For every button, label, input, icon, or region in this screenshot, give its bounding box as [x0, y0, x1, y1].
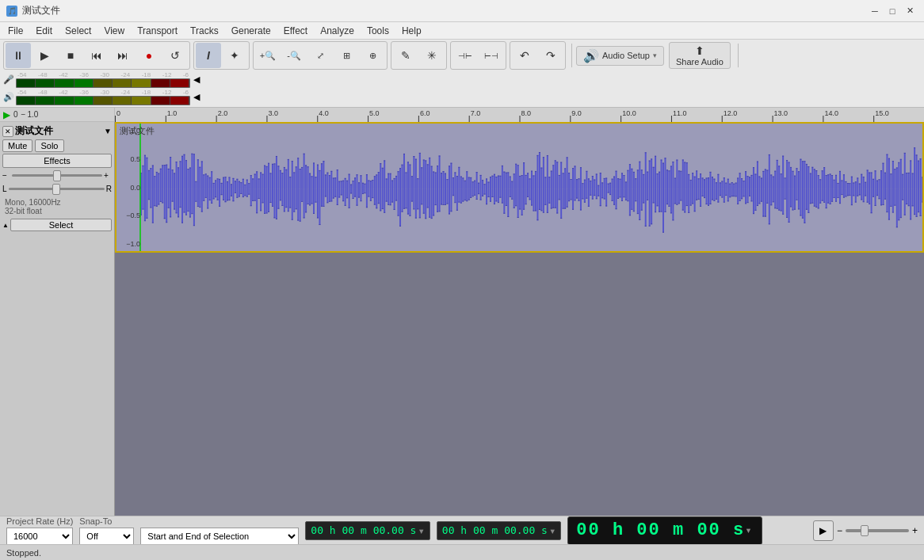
y-label-top: 1.0 — [118, 127, 140, 135]
gain-minus: − — [2, 171, 10, 180]
mute-button[interactable]: Mute — [2, 139, 32, 152]
track-close-button[interactable]: ✕ — [2, 126, 13, 137]
select-button[interactable]: Select — [10, 219, 112, 231]
vu-right-arrow: ◀ — [193, 74, 200, 85]
loop-button[interactable]: ↺ — [162, 43, 188, 68]
vu-scale — [17, 79, 189, 87]
menu-effect[interactable]: Effect — [277, 24, 314, 38]
clip-group: ⊣⊢ ⊢⊣ — [450, 41, 506, 70]
menu-tracks[interactable]: Tracks — [184, 24, 225, 38]
undo-button[interactable]: ↶ — [512, 43, 537, 68]
selection-bar: Project Rate (Hz) 16000 44100 48000 Snap… — [0, 516, 924, 544]
menu-file[interactable]: File — [2, 24, 29, 38]
status-text: Stopped. — [6, 548, 41, 558]
selection-type-select[interactable]: Start and End of Selection Start and Len… — [140, 528, 299, 545]
menu-tools[interactable]: Tools — [361, 24, 395, 38]
toolbar-divider-2 — [738, 44, 739, 67]
volume-thumb[interactable] — [861, 525, 869, 536]
end-time-display: 00 h 00 m 00.00 s ▾ — [437, 521, 562, 540]
record-button[interactable]: ● — [136, 43, 162, 68]
track-header: ✕ 测试文件 ▼ Mute Solo Effects − + L — [0, 122, 114, 234]
waveform-area[interactable]: 1.0 0.5 0.0 −0.5 −1.0 测试文件 — [115, 122, 924, 516]
menu-transport[interactable]: Transport — [131, 24, 184, 38]
solo-button[interactable]: Solo — [35, 139, 63, 152]
window-controls: ─ □ ✕ — [867, 4, 918, 18]
pause-button[interactable]: ⏸ — [6, 43, 31, 68]
toolbar: ⏸ ▶ ■ ⏮ ⏭ ● ↺ I ✦ +🔍 -🔍 ⤢ ⊞ ⊕ ✎ ✳ ⊣⊢ ⊢⊣ … — [0, 40, 924, 108]
track-name: 测试文件 — [15, 124, 102, 138]
selection-tool-button[interactable]: I — [196, 43, 221, 68]
ruler-spacer: ▶ 0 − 1.0 — [0, 108, 115, 121]
green-indicator: ▶ — [3, 109, 10, 120]
fit-project-button[interactable]: ⊞ — [334, 43, 359, 68]
tool-group-1: I ✦ — [193, 41, 250, 70]
ruler-zero: 0 — [13, 110, 18, 119]
play-small-button[interactable]: ▶ — [813, 520, 834, 541]
gain-thumb[interactable] — [53, 170, 61, 181]
skip-back-button[interactable]: ⏮ — [84, 43, 109, 68]
y-label-bot: −1.0 — [118, 240, 140, 248]
ruler-content[interactable] — [115, 108, 924, 122]
menu-generate[interactable]: Generate — [225, 24, 277, 38]
fit-selection-button[interactable]: ⤢ — [307, 43, 333, 68]
status-bar: Stopped. — [0, 544, 924, 560]
end-time-arrow[interactable]: ▾ — [549, 524, 556, 537]
waveform-canvas[interactable] — [116, 124, 924, 253]
zoom-toggle-button[interactable]: ⊕ — [360, 43, 385, 68]
share-icon: ⬆ — [695, 44, 704, 57]
toolbar-divider-1 — [571, 44, 572, 67]
snap-to-select[interactable]: Off Nearest Prior — [79, 528, 134, 545]
output-vu-meter[interactable] — [16, 96, 190, 105]
big-timer-arrow[interactable]: ▾ — [745, 524, 753, 537]
window-title: 测试文件 — [22, 4, 60, 17]
start-time-arrow[interactable]: ▾ — [418, 524, 424, 537]
minimize-button[interactable]: ─ — [867, 4, 883, 18]
share-audio-button[interactable]: ⬆ Share Audio — [669, 42, 731, 69]
play-button[interactable]: ▶ — [32, 43, 57, 68]
gain-plus: + — [104, 171, 112, 180]
maximize-button[interactable]: □ — [884, 4, 900, 18]
speaker-icon: 🔊 — [583, 48, 599, 63]
volume-slider[interactable] — [846, 529, 909, 532]
zoom-in-button[interactable]: +🔍 — [255, 43, 281, 68]
track-info: Mono, 16000Hz 32-bit float — [2, 196, 112, 217]
redo-button[interactable]: ↷ — [538, 43, 563, 68]
multi-tool-button[interactable]: ✳ — [419, 43, 445, 68]
title-bar: 🎵 测试文件 ─ □ ✕ — [0, 0, 924, 22]
track-dropdown-arrow[interactable]: ▼ — [104, 127, 112, 135]
main-area: ✕ 测试文件 ▼ Mute Solo Effects − + L — [0, 122, 924, 516]
audio-setup-button[interactable]: 🔊 Audio Setup ▾ — [576, 46, 664, 66]
input-meter-row: 🎤 -54-48-42-36-30-24-18-12-6 — [3, 71, 200, 88]
input-vu-meter[interactable] — [16, 78, 190, 88]
pan-slider[interactable] — [9, 188, 105, 190]
selection-type-group: Start and End of Selection Start and Len… — [140, 516, 299, 545]
project-rate-select[interactable]: 16000 44100 48000 — [6, 528, 73, 545]
menu-edit[interactable]: Edit — [29, 24, 59, 38]
audio-setup-dropdown: ▾ — [653, 51, 657, 59]
pan-thumb[interactable] — [52, 184, 60, 195]
menu-analyze[interactable]: Analyze — [314, 24, 361, 38]
project-rate-label: Project Rate (Hz) — [6, 516, 73, 526]
envelope-tool-button[interactable]: ✦ — [222, 43, 247, 68]
menu-help[interactable]: Help — [395, 24, 428, 38]
below-tracks-area — [115, 253, 924, 371]
microphone-icon: 🎤 — [3, 74, 14, 85]
draw-tool-button[interactable]: ✎ — [393, 43, 418, 68]
menu-bar: File Edit Select View Transport Tracks G… — [0, 22, 924, 40]
zoom-out-button[interactable]: -🔍 — [281, 43, 307, 68]
menu-view[interactable]: View — [97, 24, 131, 38]
gain-slider[interactable] — [12, 174, 102, 177]
pan-right-label: R — [106, 185, 112, 193]
silence-button[interactable]: ⊢⊣ — [479, 43, 504, 68]
trim-button[interactable]: ⊣⊢ — [452, 43, 478, 68]
waveform-track: 1.0 0.5 0.0 −0.5 −1.0 测试文件 — [115, 122, 924, 253]
effects-button[interactable]: Effects — [2, 154, 112, 168]
track-name-row: ✕ 测试文件 ▼ — [2, 124, 112, 138]
end-time-value: 00 h 00 m 00.00 s — [442, 524, 548, 536]
stop-button[interactable]: ■ — [58, 43, 83, 68]
zoom-group: +🔍 -🔍 ⤢ ⊞ ⊕ — [253, 41, 388, 70]
close-button[interactable]: ✕ — [902, 4, 918, 18]
skip-forward-button[interactable]: ⏭ — [110, 43, 136, 68]
ruler-canvas — [115, 108, 924, 122]
menu-select[interactable]: Select — [59, 24, 97, 38]
